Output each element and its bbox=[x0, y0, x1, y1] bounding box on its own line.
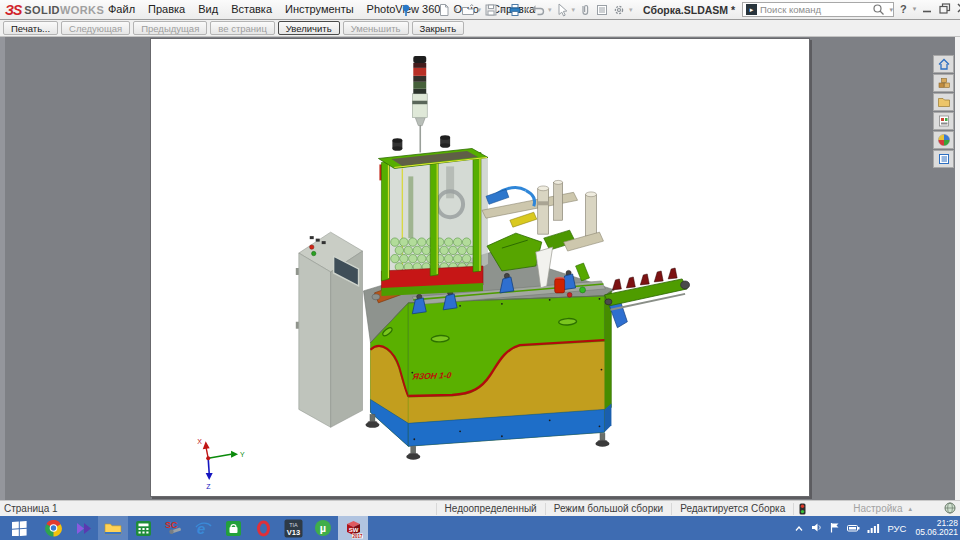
rim-bolts bbox=[392, 135, 450, 151]
undo-icon[interactable] bbox=[530, 2, 546, 17]
solidworks-window: ЗS SOLIDWORKS Файл Правка Вид Вставка Ин… bbox=[0, 0, 960, 540]
file-explorer-icon[interactable] bbox=[933, 93, 954, 111]
action-center-flag-icon[interactable] bbox=[830, 519, 840, 537]
solidworks-resources-home-icon[interactable] bbox=[933, 55, 954, 73]
taskbar-internet-explorer-icon[interactable]: e bbox=[188, 516, 218, 540]
start-button[interactable] bbox=[0, 516, 38, 540]
page-indicator: Страница 1 bbox=[4, 503, 58, 514]
menu-tools[interactable]: Инструменты bbox=[285, 3, 354, 15]
tags-caret-icon[interactable]: ▴ bbox=[908, 505, 912, 513]
design-library-icon[interactable] bbox=[933, 74, 954, 92]
task-pane-tabs bbox=[933, 55, 954, 168]
taskbar-clock[interactable]: 21:28 05.06.2021 bbox=[915, 519, 958, 538]
system-tray: РУС 21:28 05.06.2021 bbox=[794, 516, 958, 540]
taskbar-kmplayer-icon[interactable] bbox=[68, 516, 98, 540]
menu-insert[interactable]: Вставка bbox=[231, 3, 272, 15]
two-pages-button: ве страниц bbox=[210, 21, 275, 35]
hidden-icons-chevron[interactable] bbox=[794, 519, 804, 537]
signal-tower bbox=[412, 56, 427, 153]
battery-icon[interactable] bbox=[847, 519, 860, 537]
handle bbox=[559, 318, 577, 325]
taskbar-store-icon[interactable] bbox=[218, 516, 248, 540]
green-button bbox=[312, 251, 316, 255]
print-preview-toolbar: Печать... Следующая Предыдущая ве страни… bbox=[0, 20, 960, 37]
taskbar-file-explorer-icon[interactable] bbox=[98, 516, 128, 540]
restore-button[interactable] bbox=[939, 0, 951, 18]
windows-taskbar: SC e TIAV13 µ SW2017 РУС 21:28 bbox=[0, 516, 960, 540]
svg-text:SC: SC bbox=[165, 520, 178, 530]
titlebar: ЗS SOLIDWORKS Файл Правка Вид Вставка Ин… bbox=[0, 0, 960, 20]
menu-view[interactable]: Вид bbox=[198, 3, 218, 15]
taskbar-calculator-icon[interactable] bbox=[128, 516, 158, 540]
print-button[interactable]: Печать... bbox=[3, 21, 58, 35]
svg-text:µ: µ bbox=[320, 522, 326, 534]
svg-text:2017: 2017 bbox=[352, 533, 363, 538]
language-indicator[interactable]: РУС bbox=[887, 523, 906, 534]
print-icon[interactable] bbox=[507, 2, 523, 17]
svg-text:X: X bbox=[197, 438, 202, 445]
document-title: Сборка.SLDASM * bbox=[643, 4, 735, 16]
taskbar-sc-tool-icon[interactable]: SC bbox=[158, 516, 188, 540]
custom-properties-icon[interactable] bbox=[933, 150, 954, 168]
attachment-icon[interactable] bbox=[577, 2, 593, 17]
pin-menu-icon[interactable] bbox=[401, 3, 411, 21]
svg-text:Z: Z bbox=[206, 483, 211, 490]
close-preview-button[interactable]: Закрыть bbox=[412, 21, 465, 35]
menu-edit[interactable]: Правка bbox=[148, 3, 185, 15]
assembly-3d-model: ЯЗОН 1-0 bbox=[151, 39, 809, 496]
network-signal-icon[interactable] bbox=[867, 519, 880, 537]
taskbar-opera-icon[interactable] bbox=[248, 516, 278, 540]
settings-gear-icon[interactable] bbox=[611, 2, 627, 17]
collapsed-task-pane[interactable] bbox=[955, 37, 960, 500]
next-page-button: Следующая bbox=[61, 21, 130, 35]
preview-area: ЯЗОН 1-0 bbox=[0, 37, 960, 500]
quick-access-toolbar: ▾ ▾ ▾ ▾ ▾ ▾ ▾ bbox=[436, 2, 634, 17]
tags-label[interactable]: Настройка bbox=[853, 503, 902, 514]
status-bar: Страница 1 Недоопределенный Режим большо… bbox=[0, 500, 960, 516]
output-conveyor bbox=[604, 268, 689, 328]
menu-file[interactable]: Файл bbox=[108, 3, 135, 15]
save-icon[interactable] bbox=[483, 2, 499, 17]
hopper-enclosure bbox=[378, 135, 488, 296]
left-pane-edge bbox=[0, 37, 5, 500]
taskbar-solidworks-icon[interactable]: SW2017 bbox=[338, 516, 368, 540]
status-underdefined: Недоопределенный bbox=[436, 503, 545, 515]
status-large-assembly-mode: Режим большой сборки bbox=[545, 503, 671, 515]
help-button[interactable]: ? bbox=[900, 3, 907, 15]
machine-foot bbox=[595, 433, 609, 446]
svg-text:SW: SW bbox=[348, 527, 358, 533]
svg-text:V13: V13 bbox=[286, 528, 299, 537]
status-editing-assembly: Редактируется Сборка bbox=[671, 503, 793, 515]
select-cursor-icon[interactable] bbox=[554, 2, 570, 17]
control-cabinet bbox=[296, 232, 363, 427]
window-buttons: ?▾ bbox=[900, 1, 960, 17]
view-palette-icon[interactable] bbox=[933, 112, 954, 130]
globe-icon bbox=[944, 502, 956, 516]
axis-triad: Y Z X bbox=[197, 438, 245, 490]
task-list-icon[interactable] bbox=[594, 2, 610, 17]
red-button bbox=[310, 245, 314, 249]
volume-icon[interactable] bbox=[811, 519, 823, 537]
taskbar-tia-portal-icon[interactable]: TIAV13 bbox=[278, 516, 308, 540]
minimize-button[interactable] bbox=[922, 0, 933, 18]
appearances-scenes-icon[interactable] bbox=[933, 131, 954, 149]
search-magnifier-icon[interactable] bbox=[872, 3, 887, 16]
traffic-light-icon bbox=[793, 503, 811, 515]
taskbar-utorrent-icon[interactable]: µ bbox=[308, 516, 338, 540]
command-search[interactable]: ▸ Поиск команд ▾ bbox=[742, 2, 894, 17]
zoom-in-button[interactable]: Увеличить bbox=[278, 21, 340, 35]
print-preview-page: ЯЗОН 1-0 bbox=[150, 38, 810, 497]
taskbar-chrome-icon[interactable] bbox=[38, 516, 68, 540]
machine-nameplate: ЯЗОН 1-0 bbox=[411, 370, 452, 381]
machine-foot bbox=[406, 446, 420, 459]
search-placeholder: Поиск команд bbox=[760, 4, 872, 15]
solidworks-logo: ЗS SOLIDWORKS bbox=[5, 2, 104, 18]
search-app-icon: ▸ bbox=[746, 4, 757, 15]
ds-logo-icon: ЗS bbox=[5, 2, 21, 18]
handle bbox=[431, 335, 449, 342]
prev-page-button: Предыдущая bbox=[133, 21, 207, 35]
open-icon[interactable] bbox=[460, 2, 476, 17]
svg-text:Y: Y bbox=[240, 451, 245, 458]
new-document-icon[interactable] bbox=[436, 2, 452, 17]
zoom-out-button: Уменьшить bbox=[343, 21, 409, 35]
